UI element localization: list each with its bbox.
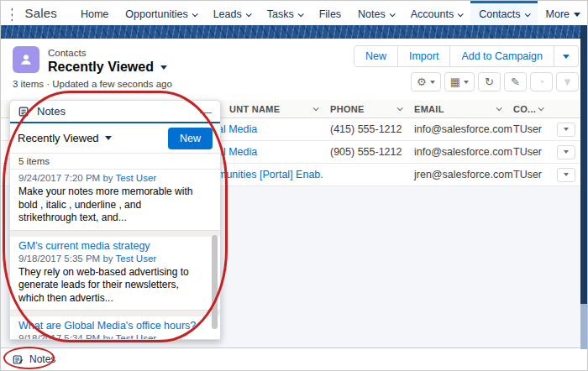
email-cell: jren@salesforce.com — [414, 169, 513, 180]
note-item[interactable]: GM's current media strategy 9/18/2017 5:… — [10, 237, 220, 311]
note-title-link[interactable]: GM's current media strategy — [18, 239, 202, 253]
owner-cell: TUser — [513, 123, 542, 135]
note-icon — [13, 354, 24, 365]
col-phone[interactable]: PHONE — [324, 104, 408, 114]
nav-tab-opportunities[interactable]: Opportunities — [117, 1, 204, 25]
add-to-campaign-button[interactable]: Add to Campaign — [450, 45, 554, 67]
nav-tab-more[interactable]: More — [538, 1, 588, 25]
pencil-icon: ✎ — [511, 76, 520, 88]
list-view-header: Contacts Recently Viewed 3 items · Updat… — [1, 39, 588, 100]
owner-cell: TUser — [513, 169, 542, 180]
email-cell: info@salesforce.com — [414, 146, 512, 158]
notes-list[interactable]: 9/24/2017 7:20 PM by Test User Make your… — [10, 170, 220, 339]
caret-down-icon — [464, 81, 469, 84]
author-link[interactable]: Test User — [116, 253, 157, 264]
chevron-down-icon — [245, 11, 251, 17]
charts-button: ◔ — [530, 72, 553, 91]
gear-icon: ⚙ — [417, 76, 427, 88]
note-body: Make your notes more memorable with bold… — [18, 186, 202, 225]
settings-button[interactable]: ⚙ — [411, 72, 441, 91]
filter-button: ▼ — [556, 72, 579, 91]
chevron-down-icon — [297, 11, 303, 17]
more-actions-dropdown[interactable] — [554, 45, 579, 67]
email-cell: info@salesforce.com — [414, 123, 512, 135]
notes-count: 5 items — [10, 153, 220, 170]
nav-tab-home[interactable]: Home — [72, 1, 117, 25]
new-note-button[interactable]: New — [168, 128, 213, 149]
note-item[interactable]: What are Global Media's office hours? 9/… — [10, 316, 220, 339]
notes-utility-panel: Notes — Recently Viewed New 5 items 9/24… — [9, 100, 221, 340]
chevron-down-icon — [458, 11, 464, 17]
import-button[interactable]: Import — [398, 45, 450, 67]
global-nav: Sales Home Opportunities Leads Tasks Fil… — [1, 1, 588, 25]
list-view-selector[interactable]: Recently Viewed — [48, 60, 167, 75]
caret-down-icon — [564, 173, 569, 176]
account-link[interactable]: al Media — [218, 123, 257, 135]
minimize-icon[interactable]: — — [200, 107, 212, 116]
nav-tab-accounts[interactable]: Accounts — [402, 1, 470, 25]
owner-cell: TUser — [513, 146, 542, 158]
phone-cell: (905) 555-1212 — [330, 146, 402, 158]
note-item[interactable]: 9/24/2017 7:20 PM by Test User Make your… — [10, 170, 220, 230]
nav-tabs: Home Opportunities Leads Tasks Files Not… — [72, 1, 588, 25]
window-scrollbar[interactable] — [580, 25, 587, 349]
author-link[interactable]: Test User — [116, 173, 157, 183]
list-view-name: Recently Viewed — [48, 60, 154, 75]
row-actions-dropdown[interactable] — [557, 168, 575, 182]
chevron-down-icon — [524, 11, 530, 17]
caret-down-icon — [430, 81, 435, 84]
object-label: Contacts — [48, 48, 86, 58]
row-actions-dropdown[interactable] — [557, 123, 575, 137]
chevron-down-icon — [313, 105, 319, 111]
app-launcher-icon[interactable] — [9, 6, 13, 21]
chart-icon: ◔ — [538, 76, 545, 88]
utility-notes-tab[interactable]: Notes — [1, 348, 67, 370]
utility-bar: Notes — [1, 347, 588, 370]
app-name: Sales — [24, 6, 57, 20]
nav-tab-contacts[interactable]: Contacts — [470, 1, 537, 25]
chevron-down-icon — [389, 11, 395, 17]
chevron-down-icon — [192, 11, 197, 17]
nav-tab-notes[interactable]: Notes — [349, 1, 402, 25]
caret-down-icon — [160, 65, 167, 70]
refresh-icon: ↻ — [485, 76, 494, 88]
display-as-button[interactable]: ▦ — [444, 72, 475, 91]
list-summary: 3 items · Updated a few seconds ago — [13, 79, 172, 89]
nav-tab-files[interactable]: Files — [311, 1, 349, 25]
scrollbar-thumb[interactable] — [580, 25, 587, 304]
account-link[interactable]: munities [Portal] Enab... — [218, 169, 324, 180]
panel-scrollbar-thumb[interactable] — [212, 235, 218, 329]
table-icon: ▦ — [450, 76, 460, 88]
row-actions-dropdown[interactable] — [557, 145, 575, 159]
nav-tab-tasks[interactable]: Tasks — [259, 1, 311, 25]
caret-down-icon — [564, 150, 569, 154]
caret-down-icon — [564, 128, 569, 131]
edit-button[interactable]: ✎ — [504, 72, 527, 91]
notes-panel-header[interactable]: Notes — — [10, 101, 220, 123]
new-button[interactable]: New — [354, 45, 398, 67]
header-pattern-band — [1, 25, 588, 39]
note-body: They rely on web-based advertising to ge… — [18, 266, 202, 306]
caret-down-icon — [563, 55, 570, 59]
list-actions: New Import Add to Campaign — [354, 45, 579, 67]
chevron-down-icon — [397, 105, 403, 111]
nav-tab-leads[interactable]: Leads — [205, 1, 259, 25]
chevron-down-icon — [496, 105, 502, 111]
note-icon — [18, 106, 30, 118]
list-controls: ⚙ ▦ ↻ ✎ ◔ ▼ — [411, 72, 579, 91]
notes-filter-selector[interactable]: Recently Viewed — [18, 132, 112, 144]
refresh-button[interactable]: ↻ — [478, 72, 501, 91]
chevron-down-icon — [538, 105, 544, 111]
author-link[interactable]: Test User — [116, 333, 157, 339]
col-email[interactable]: EMAIL — [408, 104, 507, 114]
notes-panel-subheader: Recently Viewed New — [10, 123, 220, 153]
phone-cell: (415) 555-1212 — [330, 123, 402, 135]
filter-icon: ▼ — [562, 76, 573, 88]
col-owner[interactable]: CO... — [507, 104, 549, 114]
account-link[interactable]: al Media — [218, 146, 257, 158]
caret-down-icon — [105, 136, 112, 140]
caret-down-icon — [574, 13, 580, 17]
contacts-object-icon — [13, 46, 39, 73]
note-title-link[interactable]: What are Global Media's office hours? — [18, 319, 202, 332]
salesforce-window: Sales Home Opportunities Leads Tasks Fil… — [0, 0, 588, 371]
